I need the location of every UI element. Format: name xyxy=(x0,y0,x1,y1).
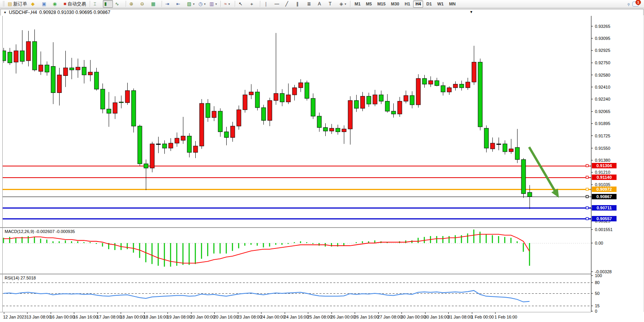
zoom-out-icon: ⊖ xyxy=(140,2,144,6)
cursor-icon: ↖ xyxy=(239,2,243,6)
line-chart-button[interactable]: ∿ xyxy=(114,0,124,8)
candle xyxy=(521,158,526,198)
fibonacci-icon: ≣ xyxy=(307,2,311,6)
time-axis-label: 26 Jan 16:00 xyxy=(354,315,379,319)
auto-scroll-icon: ⇥ xyxy=(166,2,169,6)
timeframe-mn-button[interactable]: MN xyxy=(447,0,458,8)
price-tick: 0.92925 xyxy=(595,48,610,53)
chart-title-bar: ▼ USDCHF-,H4 0.90928 0.91030 0.90695 0.9… xyxy=(0,9,644,15)
terminal-button[interactable]: ▣ xyxy=(40,0,50,8)
arrows-button[interactable]: ◈▾ xyxy=(338,0,348,8)
price-tick: 0.92750 xyxy=(595,60,610,65)
price-tick: 0.92410 xyxy=(595,85,610,89)
crosshair-icon: ＋ xyxy=(249,2,254,6)
rsi-axis-tick: 50 xyxy=(595,291,600,296)
auto-trading-button-label: 自动交易 xyxy=(68,1,86,7)
trendline-icon: ╱ xyxy=(285,2,288,6)
chevron-down-icon: ▾ xyxy=(215,2,217,6)
notifications-button[interactable]: 1 xyxy=(632,1,640,7)
templates-button[interactable]: ▥▾ xyxy=(208,0,218,8)
channel-button[interactable]: ∥ xyxy=(295,0,305,8)
hline-price-label: 0.90711 xyxy=(596,206,612,210)
zoom-in-button[interactable]: ⊕ xyxy=(128,0,138,8)
bar-chart-button[interactable]: ⌶ xyxy=(92,0,102,8)
rsi-axis-tick: 15 xyxy=(595,303,600,308)
chevron-down-icon: ▾ xyxy=(204,2,205,6)
text-button[interactable]: A xyxy=(316,0,326,8)
timeframe-m5-button[interactable]: M5 xyxy=(364,0,374,8)
funds-button[interactable]: ◆ xyxy=(29,0,39,8)
vertical-line-button[interactable]: ｜ xyxy=(262,0,272,8)
price-tick: 0.91035 xyxy=(595,182,610,187)
hline-handle[interactable] xyxy=(586,218,588,220)
timeframe-w1-button[interactable]: W1 xyxy=(435,0,446,8)
time-axis-label: 1 Feb 16:00 xyxy=(495,315,518,319)
search-icon[interactable]: ⌕ xyxy=(625,0,632,7)
time-axis-label: 1 Feb 00:00 xyxy=(471,315,494,319)
auto-trading-button[interactable]: ■自动交易 xyxy=(62,0,87,8)
text-label-button[interactable]: T xyxy=(327,0,337,8)
bar-chart-icon: ⌶ xyxy=(94,2,96,6)
candlestick-chart-button[interactable]: ▮ xyxy=(103,0,113,8)
timeframe-d1-button[interactable]: D1 xyxy=(424,0,434,8)
macd-axis-tick: 0.00 xyxy=(595,241,603,245)
chart-canvas[interactable]: MACD(12,26,9) -0.002607 -0.000935RSI(14)… xyxy=(0,16,644,322)
new-order-button-label: 新订单 xyxy=(13,1,27,7)
hline-handle[interactable] xyxy=(586,164,588,167)
fibonacci-button[interactable]: ≣ xyxy=(306,0,316,8)
chart-symbol-label: USDCHF-,H4 xyxy=(9,10,37,15)
chart-window: ▼ USDCHF-,H4 0.90928 0.91030 0.90695 0.9… xyxy=(0,9,644,322)
time-axis-label: 18 Jan 16:00 xyxy=(143,315,168,319)
macd-indicator-label: MACD(12,26,9) -0.002607 -0.000935 xyxy=(5,229,75,234)
horizontal-line-button[interactable]: — xyxy=(273,0,283,8)
hline-handle[interactable] xyxy=(586,207,588,209)
period-clock-button[interactable]: ◷▾ xyxy=(197,0,207,8)
signals-button[interactable]: ◉ xyxy=(51,0,61,8)
hline-handle[interactable] xyxy=(586,195,588,198)
timeframe-m30-button[interactable]: M30 xyxy=(389,0,401,8)
new-order-button[interactable]: ▤新订单 xyxy=(6,0,29,8)
time-axis-label: 30 Jan 16:00 xyxy=(424,315,449,319)
zoom-out-button[interactable]: ⊖ xyxy=(139,0,149,8)
price-tick: 0.91550 xyxy=(595,146,610,151)
timeframe-m1-button[interactable]: M1 xyxy=(352,0,363,8)
hline-price-label: 0.90557 xyxy=(596,216,612,221)
tile-windows-button[interactable]: ▦ xyxy=(150,0,160,8)
price-tick: 0.93265 xyxy=(595,24,610,29)
price-tick: 0.93095 xyxy=(595,36,610,41)
price-tick: 0.91895 xyxy=(595,121,610,126)
time-axis-label: 13 Jan 08:00 xyxy=(27,315,51,319)
hline-handle[interactable] xyxy=(586,176,588,178)
rsi-axis-tick: 100 xyxy=(595,273,602,278)
chart-scroll-marker-icon[interactable]: ▼ xyxy=(470,10,473,14)
rsi-indicator-label: RSI(14) 27.5018 xyxy=(5,276,36,280)
chevron-down-icon: ▾ xyxy=(345,2,346,6)
timeframe-h1-button[interactable]: H1 xyxy=(402,0,412,8)
tile-windows-icon: ▦ xyxy=(151,2,155,6)
collapse-icon[interactable]: ▼ xyxy=(3,11,7,14)
cursor-button[interactable]: ↖ xyxy=(237,0,247,8)
candle xyxy=(305,80,309,100)
auto-scroll-button[interactable]: ⇥ xyxy=(164,0,174,8)
chart-shift-button[interactable]: ⇤ xyxy=(175,0,185,8)
new-chart-button[interactable]: ▧▾ xyxy=(186,0,196,8)
signals-icon: ◉ xyxy=(53,2,56,6)
time-axis-label: 31 Jan 08:00 xyxy=(448,315,473,319)
hline-handle[interactable] xyxy=(586,188,588,190)
time-axis-label: 24 Jan 16:00 xyxy=(284,315,309,319)
trendline-button[interactable]: ╱ xyxy=(284,0,294,8)
crosshair-button[interactable]: ＋ xyxy=(248,0,258,8)
price-tick: 0.91725 xyxy=(595,134,610,138)
text-label-icon: T xyxy=(329,2,331,6)
indicators-icon: ≈ xyxy=(224,2,227,6)
timeframe-m15-button[interactable]: M15 xyxy=(375,0,388,8)
time-axis-label: 16 Jan 00:00 xyxy=(50,315,75,319)
candle xyxy=(200,99,204,149)
horizontal-line-icon: — xyxy=(275,2,279,6)
indicators-button[interactable]: ≈▾ xyxy=(223,0,233,8)
zoom-in-icon: ⊕ xyxy=(130,2,133,6)
rsi-axis-tick: 0 xyxy=(595,309,597,313)
timeframe-h4-button[interactable]: H4 xyxy=(413,0,423,8)
main-toolbar: ▤新订单◆▣◉■自动交易⌶▮∿⊕⊖▦⇥⇤▧▾◷▾▥▾≈▾↖＋｜—╱∥≣AT◈▾M… xyxy=(0,0,644,8)
candle xyxy=(138,125,142,166)
